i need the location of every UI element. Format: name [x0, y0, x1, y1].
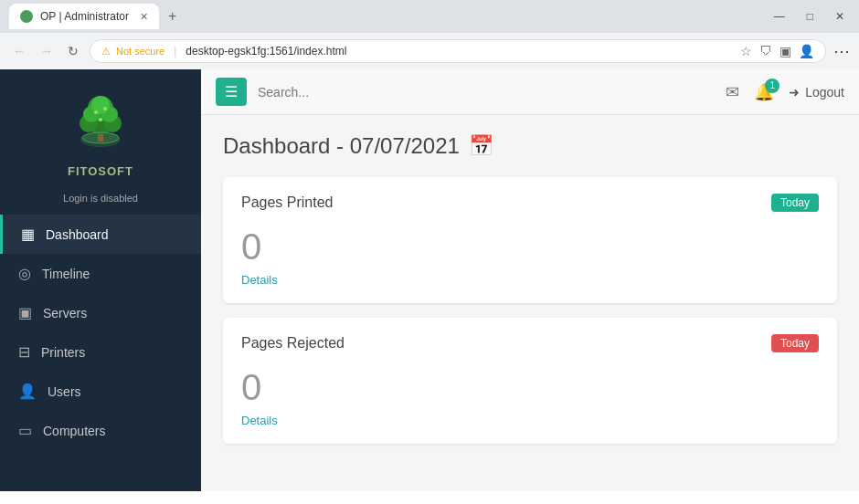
pages-rejected-header: Pages Rejected Today: [241, 334, 819, 352]
svg-point-12: [99, 118, 102, 121]
security-warning-icon: ⚠: [101, 46, 111, 58]
sidebar-item-computers[interactable]: ▭ Computers: [0, 411, 201, 450]
page-area: Dashboard - 07/07/2021 📅 Pages Printed T…: [201, 115, 859, 477]
main-content: ☰ ✉ 🔔 1 ➜ Logout Dashboard - 07/07/2021 …: [201, 69, 859, 491]
pages-rejected-card: Pages Rejected Today 0 Details: [223, 318, 837, 444]
pages-printed-title: Pages Printed: [241, 194, 334, 211]
forward-button[interactable]: →: [37, 40, 57, 62]
address-input[interactable]: ⚠ Not secure | desktop-egsk1fg:1561/inde…: [90, 39, 826, 63]
logout-label: Logout: [805, 85, 844, 100]
active-tab[interactable]: OP | Administrator ✕: [9, 4, 159, 29]
sidebar-item-dashboard-label: Dashboard: [46, 227, 109, 242]
pages-printed-value: 0: [241, 226, 819, 268]
logo-text: FITOSOFT: [68, 164, 133, 178]
sidebar-item-servers[interactable]: ▣ Servers: [0, 293, 201, 332]
app-layout: FITOSOFT Login is disabled ▦ Dashboard ◎…: [0, 69, 859, 491]
sidebar-nav: ▦ Dashboard ◎ Timeline ▣ Servers ⊟ Print…: [0, 215, 201, 491]
svg-point-9: [91, 96, 110, 114]
logo-circle: [64, 88, 137, 161]
calendar-icon: 📅: [469, 134, 493, 158]
page-title: Dashboard - 07/07/2021 📅: [223, 133, 837, 159]
cast-icon[interactable]: ▣: [779, 44, 791, 58]
servers-icon: ▣: [18, 304, 32, 321]
maximize-button[interactable]: □: [801, 8, 819, 25]
pages-rejected-value: 0: [241, 367, 819, 408]
pages-printed-badge: Today: [771, 194, 819, 212]
sidebar-item-printers-label: Printers: [41, 345, 85, 360]
topbar: ☰ ✉ 🔔 1 ➜ Logout: [201, 69, 859, 115]
menu-toggle-button[interactable]: ☰: [216, 78, 247, 106]
tab-label: OP | Administrator: [40, 10, 129, 23]
printers-icon: ⊟: [18, 343, 30, 361]
profile-icon[interactable]: 👤: [799, 44, 814, 58]
address-text: desktop-egsk1fg:1561/index.html: [186, 45, 346, 58]
svg-point-10: [94, 110, 98, 114]
pages-printed-header: Pages Printed Today: [241, 194, 819, 212]
separator: |: [174, 45, 176, 58]
computers-icon: ▭: [18, 422, 32, 439]
notification-bell-icon[interactable]: 🔔 1: [754, 82, 774, 102]
login-status: Login is disabled: [0, 187, 201, 215]
timeline-icon: ◎: [18, 265, 31, 282]
security-warning-text: Not secure: [116, 46, 164, 57]
bookmark-icon[interactable]: ⛉: [759, 44, 772, 58]
pages-printed-card: Pages Printed Today 0 Details: [223, 177, 837, 303]
close-button[interactable]: ✕: [830, 8, 850, 25]
page-title-text: Dashboard - 07/07/2021: [223, 133, 460, 159]
logo-svg: [69, 92, 133, 156]
logout-button[interactable]: ➜ Logout: [789, 85, 844, 100]
pages-rejected-details-link[interactable]: Details: [241, 414, 819, 427]
topbar-icons: ✉ 🔔 1 ➜ Logout: [726, 82, 844, 102]
sidebar-item-dashboard[interactable]: ▦ Dashboard: [0, 215, 201, 254]
browser-chrome: OP | Administrator ✕ + — □ ✕ ← → ↻ ⚠ Not…: [0, 0, 859, 69]
back-button[interactable]: ←: [9, 40, 29, 62]
logo-area: FITOSOFT: [0, 69, 201, 187]
sidebar-item-servers-label: Servers: [43, 306, 87, 320]
title-bar: OP | Administrator ✕ + — □ ✕: [0, 0, 859, 33]
sidebar-item-timeline-label: Timeline: [42, 267, 90, 281]
pages-rejected-badge: Today: [771, 334, 819, 352]
window-controls: — □ ✕: [769, 8, 850, 25]
search-input[interactable]: [258, 85, 715, 100]
tab-favicon: [20, 10, 33, 23]
sidebar-item-computers-label: Computers: [43, 424, 105, 438]
logout-arrow-icon: ➜: [789, 85, 800, 100]
address-bar-icons: ☆ ⛉ ▣ 👤: [740, 44, 814, 58]
sidebar-item-users[interactable]: 👤 Users: [0, 372, 201, 411]
minimize-button[interactable]: —: [769, 8, 790, 25]
sidebar-item-timeline[interactable]: ◎ Timeline: [0, 254, 201, 293]
pages-printed-details-link[interactable]: Details: [241, 273, 819, 287]
address-bar: ← → ↻ ⚠ Not secure | desktop-egsk1fg:156…: [0, 33, 859, 69]
star-icon[interactable]: ☆: [740, 44, 752, 58]
users-icon: 👤: [18, 383, 37, 400]
tab-area: OP | Administrator ✕ +: [9, 4, 182, 29]
mail-icon[interactable]: ✉: [726, 82, 739, 102]
pages-rejected-title: Pages Rejected: [241, 335, 345, 352]
title-bar-left: OP | Administrator ✕ +: [9, 4, 182, 29]
browser-menu-button[interactable]: ⋯: [833, 41, 850, 61]
dashboard-icon: ▦: [21, 226, 35, 243]
refresh-button[interactable]: ↻: [64, 40, 82, 62]
new-tab-button[interactable]: +: [163, 6, 182, 26]
tab-close-button[interactable]: ✕: [140, 11, 148, 23]
svg-point-11: [103, 107, 107, 110]
sidebar: FITOSOFT Login is disabled ▦ Dashboard ◎…: [0, 69, 201, 491]
sidebar-item-printers[interactable]: ⊟ Printers: [0, 332, 201, 372]
sidebar-item-users-label: Users: [48, 384, 81, 399]
notification-badge: 1: [765, 79, 779, 93]
